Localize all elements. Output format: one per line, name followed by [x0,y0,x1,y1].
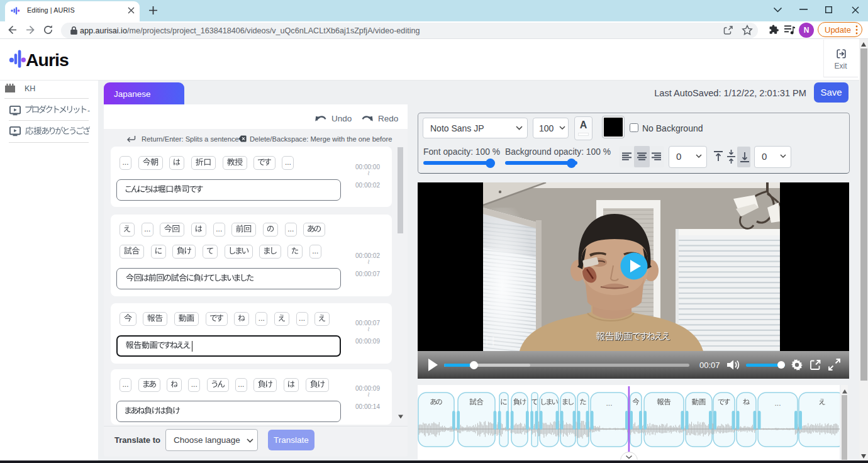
svg-text:Auris: Auris [26,50,69,70]
svg-text:...: ... [774,399,781,408]
svg-text:H: H [485,333,495,349]
svg-text:...: ... [606,399,612,408]
